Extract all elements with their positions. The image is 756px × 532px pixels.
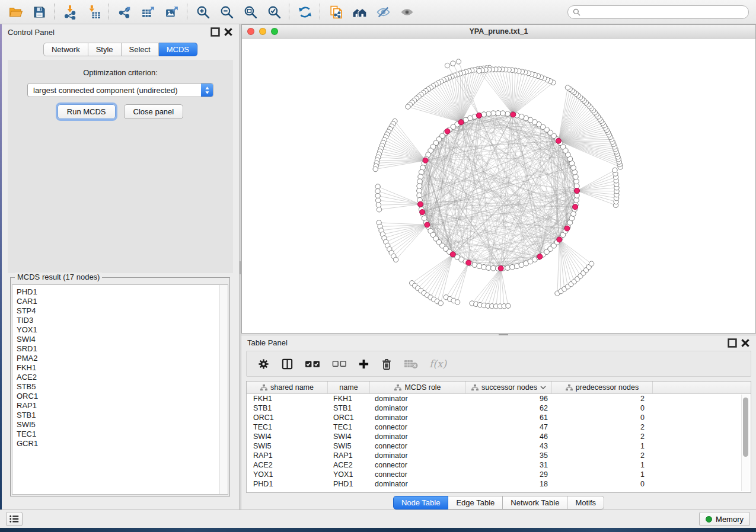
cell-MCDS-role[interactable]: connector — [370, 442, 466, 450]
cell-shared-name[interactable]: RAP1 — [247, 451, 328, 460]
mcds-result-item[interactable]: STB1 — [17, 411, 228, 420]
cell-shared-name[interactable]: TEC1 — [247, 423, 328, 431]
duplicate-network-button[interactable] — [324, 2, 347, 21]
refresh-button[interactable] — [293, 2, 317, 21]
cell-name[interactable]: ACE2 — [328, 461, 370, 469]
cell-shared-name[interactable]: ORC1 — [247, 414, 328, 422]
cell-name[interactable]: PHD1 — [328, 480, 370, 488]
tab-network-table[interactable]: Network Table — [503, 496, 567, 509]
mcds-result-item[interactable]: STB5 — [17, 382, 228, 392]
zoom-in-button[interactable] — [191, 2, 215, 21]
cell-shared-name[interactable]: ACE2 — [247, 461, 328, 469]
cell-predecessor-nodes[interactable]: 2 — [552, 451, 653, 460]
mcds-result-item[interactable]: PMA2 — [17, 354, 228, 363]
tab-edge-table[interactable]: Edge Table — [448, 496, 503, 509]
run-mcds-button[interactable]: Run MCDS — [58, 104, 116, 119]
cell-predecessor-nodes[interactable]: 0 — [552, 404, 653, 412]
cell-shared-name[interactable]: YOX1 — [247, 470, 328, 479]
table-row[interactable]: FKH1FKH1dominator962 — [247, 394, 751, 403]
cell-successor-nodes[interactable]: 61 — [466, 414, 552, 422]
column-layout-button[interactable] — [281, 358, 294, 370]
cell-MCDS-role[interactable]: connector — [370, 423, 466, 431]
column-header-name[interactable]: name — [328, 382, 370, 393]
cell-successor-nodes[interactable]: 46 — [466, 432, 552, 441]
table-row[interactable]: YOX1YOX1connector291 — [247, 470, 751, 479]
cell-name[interactable]: RAP1 — [328, 451, 370, 460]
column-header-shared-name[interactable]: shared name — [247, 382, 328, 393]
column-header-successor-nodes[interactable]: successor nodes — [466, 382, 552, 393]
search-box[interactable] — [567, 5, 749, 19]
zoom-selected-button[interactable] — [262, 2, 286, 21]
table-scrollbar[interactable] — [741, 395, 749, 491]
cell-predecessor-nodes[interactable]: 2 — [552, 395, 653, 403]
export-table-button[interactable] — [136, 2, 160, 21]
cell-successor-nodes[interactable]: 29 — [466, 470, 552, 479]
mcds-result-item[interactable]: SRD1 — [17, 344, 228, 354]
network-canvas[interactable] — [242, 39, 755, 333]
mcds-result-item[interactable]: ORC1 — [17, 392, 228, 401]
search-input[interactable] — [583, 7, 744, 17]
cell-MCDS-role[interactable]: dominator — [370, 395, 466, 403]
mcds-result-item[interactable]: SWI4 — [17, 335, 228, 344]
horizontal-splitter[interactable] — [241, 334, 756, 336]
mcds-result-list[interactable]: PHD1CAR1STP4TID3YOX1SWI4SRD1PMA2FKH1ACE2… — [12, 284, 228, 495]
tab-network[interactable]: Network — [43, 43, 88, 56]
tab-select[interactable]: Select — [122, 43, 159, 56]
column-header-MCDS-role[interactable]: MCDS role — [370, 382, 466, 393]
cell-name[interactable]: SWI4 — [328, 432, 370, 441]
mcds-result-item[interactable]: STP4 — [17, 306, 228, 316]
open-file-button[interactable] — [4, 2, 27, 21]
mcds-result-item[interactable]: PHD1 — [17, 287, 228, 297]
mcds-result-item[interactable]: FKH1 — [17, 363, 228, 373]
deselect-all-button[interactable] — [332, 358, 347, 369]
cell-MCDS-role[interactable]: connector — [370, 461, 466, 469]
select-all-button[interactable] — [305, 358, 321, 370]
mcds-result-item[interactable]: ACE2 — [17, 373, 228, 382]
cell-shared-name[interactable]: STB1 — [247, 404, 328, 412]
tab-mcds[interactable]: MCDS — [159, 43, 197, 56]
table-row[interactable]: STB1STB1dominator620 — [247, 403, 751, 413]
task-history-button[interactable] — [6, 512, 23, 526]
table-row[interactable]: ACE2ACE2connector311 — [247, 460, 751, 470]
zoom-out-button[interactable] — [215, 2, 238, 21]
cell-name[interactable]: FKH1 — [328, 395, 370, 403]
table-row[interactable]: RAP1RAP1dominator352 — [247, 451, 751, 460]
cell-predecessor-nodes[interactable]: 1 — [552, 442, 653, 450]
tab-node-table[interactable]: Node Table — [393, 496, 449, 509]
mcds-result-item[interactable]: CAR1 — [17, 297, 228, 306]
float-table-panel-button[interactable] — [728, 338, 737, 348]
network-window-titlebar[interactable]: YPA_prune.txt_1 — [242, 25, 755, 39]
cell-shared-name[interactable]: SWI5 — [247, 442, 328, 450]
zoom-fit-button[interactable] — [238, 2, 262, 21]
delete-column-button[interactable] — [381, 358, 393, 370]
cell-MCDS-role[interactable]: dominator — [370, 414, 466, 422]
cell-shared-name[interactable]: SWI4 — [247, 432, 328, 441]
table-row[interactable]: TEC1TEC1connector472 — [247, 422, 751, 432]
memory-button[interactable]: Memory — [699, 512, 750, 526]
float-panel-button[interactable] — [210, 27, 220, 37]
settings-gear-button[interactable] — [257, 358, 270, 370]
cell-name[interactable]: SWI5 — [328, 442, 370, 450]
cell-successor-nodes[interactable]: 96 — [466, 395, 552, 403]
cell-name[interactable]: STB1 — [328, 404, 370, 412]
table-row[interactable]: SWI4SWI4dominator462 — [247, 432, 751, 441]
close-panel-action-button[interactable]: Close panel — [124, 104, 184, 119]
function-builder-button[interactable]: f(x) — [429, 358, 446, 370]
column-header-predecessor-nodes[interactable]: predecessor nodes — [552, 382, 653, 393]
cell-MCDS-role[interactable]: dominator — [370, 404, 466, 412]
table-row[interactable]: ORC1ORC1dominator610 — [247, 413, 751, 422]
cell-name[interactable]: ORC1 — [328, 414, 370, 422]
cell-successor-nodes[interactable]: 47 — [466, 423, 552, 431]
close-table-panel-button[interactable] — [741, 338, 750, 348]
import-network-button[interactable] — [58, 2, 82, 21]
cell-successor-nodes[interactable]: 35 — [466, 451, 552, 460]
mcds-list-scrollbar[interactable] — [219, 285, 228, 494]
cell-shared-name[interactable]: FKH1 — [247, 395, 328, 403]
export-image-button[interactable] — [160, 2, 184, 21]
cell-predecessor-nodes[interactable]: 2 — [552, 432, 653, 441]
mcds-result-item[interactable]: TEC1 — [17, 430, 228, 439]
cell-name[interactable]: YOX1 — [328, 470, 370, 479]
tab-style[interactable]: Style — [88, 43, 122, 56]
cell-name[interactable]: TEC1 — [328, 423, 370, 431]
cell-MCDS-role[interactable]: dominator — [370, 432, 466, 441]
